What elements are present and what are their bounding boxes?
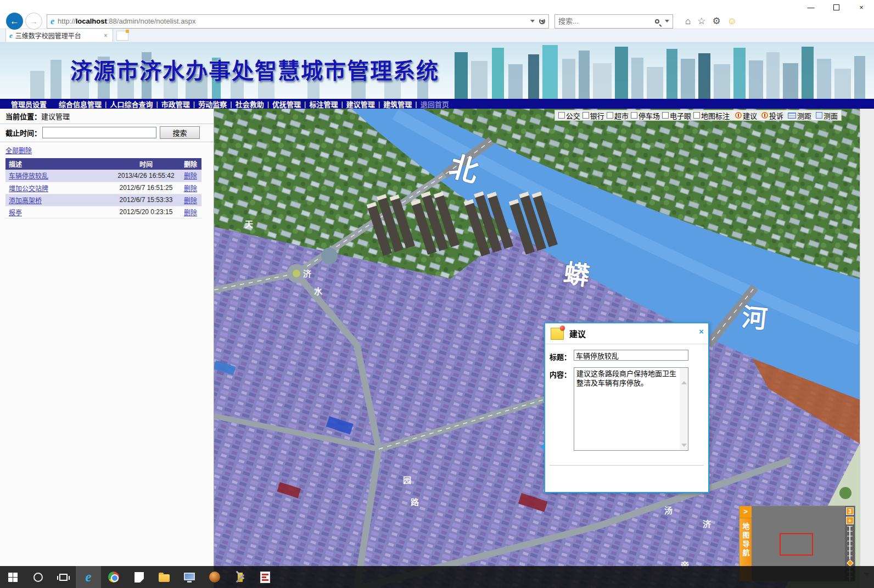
dialog-close-icon[interactable]: ×	[699, 327, 704, 336]
complaint-tool-button[interactable]: 投诉	[761, 110, 783, 121]
suggestion-link[interactable]: 报亭	[9, 209, 22, 217]
viewport-rectangle[interactable]	[780, 533, 813, 556]
taskbar-reader-button[interactable]	[253, 566, 278, 588]
feedback-smiley-icon[interactable]: ☺	[727, 16, 737, 27]
nav-item-social-aid[interactable]: 社会救助	[232, 99, 267, 109]
nav-item-municipal[interactable]: 市政管理	[158, 99, 193, 109]
taskbar-ie-button[interactable]: e	[76, 566, 101, 588]
suggestion-list-panel: 当前位置：建议管理 截止时间： 搜索 全部删除 描述 时间 删除 车辆停放较乱 …	[0, 109, 214, 588]
checkbox-box[interactable]	[558, 112, 565, 119]
street-label: 路	[411, 497, 419, 507]
nav-item-suggestion[interactable]: 建议管理	[343, 99, 378, 109]
table-row: 车辆停放较乱 2013/4/26 16:55:42 删除	[5, 170, 201, 182]
delete-row-link[interactable]: 删除	[184, 197, 197, 205]
checkbox-box[interactable]	[693, 112, 700, 119]
checkbox-bank[interactable]: 银行	[582, 110, 604, 121]
map-layer-toolbar: 公交 银行 超市 停车场 电子眼 地图标注 建议 投诉 测距 测面	[554, 110, 842, 121]
nav-item-veteran-care[interactable]: 优抚管理	[269, 99, 304, 109]
settings-gear-icon[interactable]: ⚙	[713, 15, 721, 27]
nav-item-building[interactable]: 建筑管理	[380, 99, 415, 109]
street-label: 济	[303, 269, 312, 278]
zoom-in-button[interactable]: +	[846, 517, 854, 524]
minimize-button[interactable]: —	[798, 0, 823, 14]
taskbar-tools-button[interactable]	[227, 566, 253, 588]
back-button[interactable]: ←	[6, 13, 23, 30]
favorites-star-icon[interactable]: ☆	[697, 15, 705, 27]
suggestion-dialog: 建议 × 标题： 内容： 建议这条路段商户保持地面卫生整洁及车辆有序停放。	[544, 322, 709, 493]
navigator-collapse-button[interactable]: >	[739, 506, 752, 518]
location-label: 当前位置：	[5, 113, 41, 121]
suggestion-link[interactable]: 车辆停放较乱	[9, 172, 48, 180]
search-dropdown-icon[interactable]	[665, 20, 669, 23]
task-view-icon	[59, 574, 68, 581]
suggestion-link[interactable]: 增加公交站牌	[9, 185, 48, 193]
tab-active[interactable]: e 三维数字校园管理平台 ×	[5, 29, 113, 42]
search-button[interactable]: 搜索	[160, 126, 200, 139]
nav-item-info-management[interactable]: 综合信息管理	[55, 99, 105, 109]
forward-button[interactable]: →	[25, 13, 42, 30]
measure-area-button[interactable]: 测面	[816, 110, 838, 121]
checkbox-label: 银行	[590, 110, 604, 121]
checkbox-box[interactable]	[582, 112, 589, 119]
browser-search-input[interactable]	[558, 17, 655, 25]
nav-item-back-home[interactable]: 退回首页	[417, 99, 452, 109]
checkbox-bus[interactable]: 公交	[558, 110, 580, 121]
checkbox-box[interactable]	[607, 112, 613, 119]
breadcrumb: 当前位置：建议管理	[0, 109, 214, 124]
suggest-tool-button[interactable]: 建议	[735, 110, 757, 121]
tab-close-icon[interactable]: ×	[102, 32, 109, 40]
nav-item-annotation[interactable]: 标注管理	[306, 99, 341, 109]
checkbox-traffic-camera[interactable]: 电子眼	[662, 110, 691, 121]
taskbar-chrome-button[interactable]	[101, 566, 126, 588]
start-button[interactable]	[0, 566, 25, 588]
address-dropdown-icon[interactable]	[530, 20, 535, 23]
delete-row-link[interactable]: 删除	[184, 172, 197, 180]
refresh-icon[interactable]	[539, 18, 545, 24]
delete-all-link[interactable]: 全部删除	[5, 145, 32, 155]
checkbox-label: 地图标注	[701, 110, 730, 121]
task-view-button[interactable]	[51, 566, 76, 588]
checkbox-map-annotation[interactable]: 地图标注	[693, 110, 730, 121]
suggestion-link[interactable]: 添加高架桥	[9, 197, 42, 205]
title-field-input[interactable]	[574, 350, 688, 361]
taskbar-file-explorer-button[interactable]	[152, 566, 177, 588]
tool-label: 建议	[743, 110, 757, 121]
close-button[interactable]: ×	[849, 0, 874, 14]
suggestion-table: 描述 时间 删除 车辆停放较乱 2013/4/26 16:55:42 删除 增加…	[5, 158, 201, 219]
delete-row-link[interactable]: 删除	[184, 209, 197, 217]
deadline-input[interactable]	[42, 127, 156, 138]
checkbox-box[interactable]	[662, 112, 669, 119]
map-3d-viewport[interactable]: 北 蟒 河 济 水 天 园 路 汤 济 帝 公交 银行 超市 停车场 电子眼 地	[214, 109, 860, 588]
search-icon[interactable]	[655, 19, 659, 24]
computer-icon	[184, 573, 195, 580]
content-field-textarea[interactable]: 建议这条路段商户保持地面卫生整洁及车辆有序停放。	[574, 367, 688, 451]
page-scrollbar[interactable]	[860, 109, 874, 588]
checkbox-supermarket[interactable]: 超市	[607, 110, 629, 121]
cortana-search-button[interactable]	[25, 566, 51, 588]
checkbox-label: 公交	[566, 110, 580, 121]
zoom-slider-handle[interactable]	[847, 559, 854, 567]
measure-distance-button[interactable]: 测距	[788, 110, 811, 121]
home-icon[interactable]: ⌂	[685, 16, 691, 27]
nav-item-admin-settings[interactable]: 管理员设置	[8, 99, 55, 109]
zoom-track[interactable]	[847, 526, 853, 559]
new-tab-button[interactable]	[116, 31, 128, 41]
dialog-titlebar[interactable]: 建议 ×	[545, 323, 708, 344]
checkbox-box[interactable]	[631, 112, 637, 119]
taskbar-notepad-button[interactable]	[126, 566, 152, 588]
row-time: 2012/6/7 16:51:25	[113, 182, 180, 194]
taskbar-photo-app-button[interactable]	[202, 566, 227, 588]
row-time: 2013/4/26 16:55:42	[113, 170, 180, 182]
tab-title: 三维数字校园管理平台	[15, 31, 102, 40]
scroll-down-icon[interactable]	[681, 444, 687, 447]
taskbar-computer-button[interactable]	[177, 566, 202, 588]
browser-search-box[interactable]	[554, 14, 673, 29]
maximize-button[interactable]	[823, 0, 849, 14]
delete-row-link[interactable]: 删除	[184, 185, 197, 193]
nav-item-labor[interactable]: 劳动监察	[195, 99, 230, 109]
checkbox-parking[interactable]: 停车场	[631, 110, 660, 121]
scroll-up-icon[interactable]	[681, 381, 687, 384]
nav-item-population-query[interactable]: 人口综合查询	[107, 99, 156, 109]
textarea-scrollbar[interactable]	[680, 368, 688, 450]
address-field[interactable]: e http://localhost:88/admin/note/notelis…	[47, 14, 549, 29]
